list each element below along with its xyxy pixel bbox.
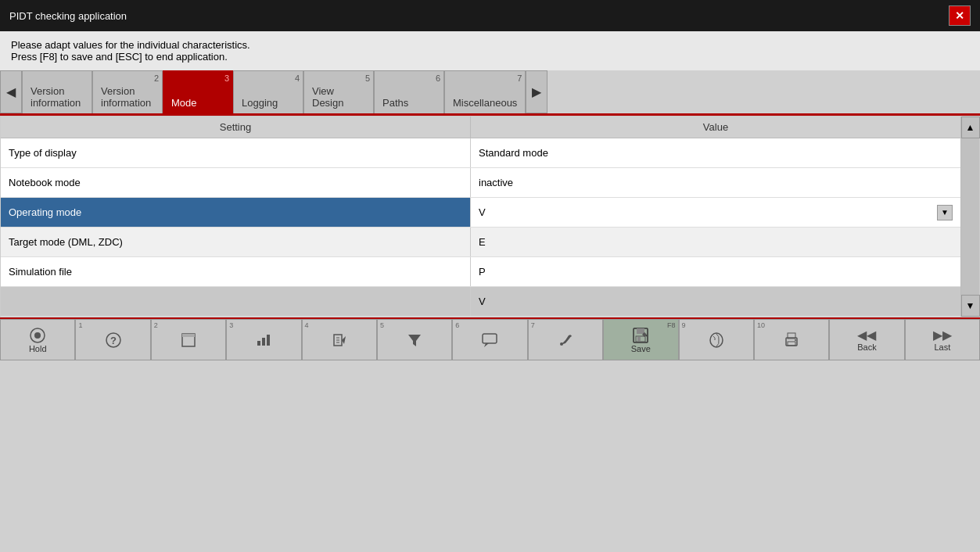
table-row-selected[interactable]: Operating mode V ▼ [1, 198, 960, 228]
toolbar-f5-button[interactable]: 5 [377, 319, 452, 360]
cell-setting-simulation: Simulation file [1, 257, 471, 286]
cell-value-operating[interactable]: V ▼ [471, 198, 960, 227]
toolbar-f3-num: 3 [229, 321, 233, 329]
toolbar-back-button[interactable]: ◀◀ Back [829, 319, 904, 360]
instruction-line2: Press [F8] to save and [ESC] to end appl… [11, 51, 969, 63]
cell-value-target: E [471, 228, 960, 256]
toolbar-f5-num: 5 [380, 321, 384, 329]
table-main: Setting Value Type of display Standard m… [1, 116, 960, 317]
save-icon [632, 327, 649, 344]
tab-label-mode: Mode [171, 88, 197, 109]
cell-value-simulation: P [471, 257, 960, 286]
tab-paths[interactable]: 6 Paths [374, 70, 444, 113]
scrollbar: ▲ ▼ [960, 116, 979, 317]
title-bar: PIDT checking application ✕ [0, 0, 980, 31]
tab-miscellaneous[interactable]: 7 Miscellaneous [444, 70, 526, 113]
toolbar-back-label: Back [857, 342, 876, 352]
toolbar-f2-num: 2 [154, 321, 158, 329]
toolbar-last-label: Last [934, 342, 950, 352]
app-title: PIDT checking application [9, 10, 127, 22]
tab-label-1: Versioninformation [31, 76, 81, 109]
toolbar-save-label: Save [631, 344, 651, 353]
tab-label-view-design: ViewDesign [312, 76, 343, 109]
table-row[interactable]: Simulation file P [1, 257, 960, 287]
tab-label-misc: Miscellaneous [453, 88, 517, 109]
toolbar-f4-num: 4 [305, 321, 309, 329]
toolbar-f7-num: 7 [531, 321, 535, 329]
bottom-toolbar: Hold 1 ? 2 3 4 [0, 317, 980, 360]
table-row[interactable]: V [1, 287, 960, 317]
scroll-down-button[interactable]: ▼ [961, 295, 980, 317]
toolbar-f2-button[interactable]: 2 [151, 319, 226, 360]
toolbar-f1-button[interactable]: 1 ? [75, 319, 150, 360]
window-icon [181, 332, 196, 348]
svg-rect-7 [262, 338, 265, 346]
tab-mode[interactable]: 3 Mode [163, 70, 233, 113]
toolbar-f10-button[interactable]: 10 [754, 319, 829, 360]
tab-num-2: 2 [154, 73, 159, 83]
toolbar-f10-num: 10 [757, 321, 765, 329]
tab-view-design[interactable]: 5 ViewDesign [303, 70, 374, 113]
toolbar-last-button[interactable]: ▶▶ Last [905, 319, 980, 360]
tab-next-button[interactable]: ▶ [526, 70, 547, 113]
toolbar-f4-button[interactable]: 4 [302, 319, 377, 360]
svg-rect-5 [182, 334, 195, 337]
svg-rect-19 [637, 328, 644, 334]
print-icon [783, 332, 800, 349]
edit-icon [332, 332, 347, 348]
tab-version-information[interactable]: Versioninformation [22, 70, 92, 113]
tab-num-7: 7 [517, 73, 522, 83]
dropdown-value: V [479, 206, 486, 218]
dropdown-arrow-icon[interactable]: ▼ [937, 205, 953, 220]
wrench-icon [558, 332, 573, 348]
svg-text:?: ? [110, 335, 117, 346]
header-setting: Setting [1, 116, 471, 138]
instruction-line1: Please adapt values for the individual c… [11, 39, 969, 51]
toolbar-f8-save-button[interactable]: F8 Save [603, 319, 678, 360]
cell-value-notebook: inactive [471, 168, 960, 197]
back-icon: ◀◀ [857, 328, 876, 342]
table-row[interactable]: Target mode (DML, ZDC) E [1, 228, 960, 257]
close-button[interactable]: ✕ [949, 5, 971, 26]
cell-setting-empty [1, 287, 471, 316]
svg-marker-14 [408, 335, 421, 346]
instructions-area: Please adapt values for the individual c… [0, 31, 980, 70]
filter-icon [407, 332, 422, 348]
table-row[interactable]: Type of display Standard mode [1, 138, 960, 168]
cell-value-type-display: Standard mode [471, 138, 960, 167]
tab-num-6: 6 [436, 73, 440, 83]
tab-version-information-2[interactable]: 2 Versioninformation [92, 70, 163, 113]
cell-setting-target: Target mode (DML, ZDC) [1, 228, 471, 256]
toolbar-f9-button[interactable]: 9 [679, 319, 754, 360]
comment-icon [482, 332, 499, 348]
toolbar-hold-label: Hold [29, 344, 47, 353]
help-icon: ? [106, 332, 121, 348]
svg-point-1 [34, 332, 41, 339]
scroll-up-button[interactable]: ▲ [961, 116, 980, 138]
tab-prev-button[interactable]: ◀ [0, 70, 22, 113]
cell-setting-operating: Operating mode [1, 198, 471, 227]
toolbar-f7-button[interactable]: 7 [528, 319, 603, 360]
tab-logging[interactable]: 4 Logging [233, 70, 303, 113]
svg-rect-6 [257, 341, 260, 346]
tab-label-2: Versioninformation [101, 76, 151, 109]
tab-label-logging: Logging [242, 88, 278, 109]
cell-setting-notebook: Notebook mode [1, 168, 471, 197]
last-icon: ▶▶ [933, 328, 952, 342]
table-header: Setting Value [1, 116, 960, 138]
table-row[interactable]: Notebook mode inactive [1, 168, 960, 198]
toolbar-hold-button[interactable]: Hold [0, 319, 75, 360]
header-value: Value [471, 116, 960, 138]
svg-point-24 [710, 333, 723, 347]
svg-rect-21 [637, 337, 641, 341]
brain-icon [708, 332, 725, 349]
toolbar-f1-num: 1 [78, 321, 82, 329]
cell-setting-type-display: Type of display [1, 138, 471, 167]
toolbar-f3-button[interactable]: 3 [226, 319, 301, 360]
tab-num-3: 3 [224, 73, 229, 83]
tab-label-paths: Paths [382, 88, 408, 109]
svg-rect-15 [483, 334, 497, 343]
toolbar-f8-label: F8 [667, 321, 676, 329]
toolbar-f6-num: 6 [455, 321, 459, 329]
toolbar-f6-button[interactable]: 6 [452, 319, 527, 360]
